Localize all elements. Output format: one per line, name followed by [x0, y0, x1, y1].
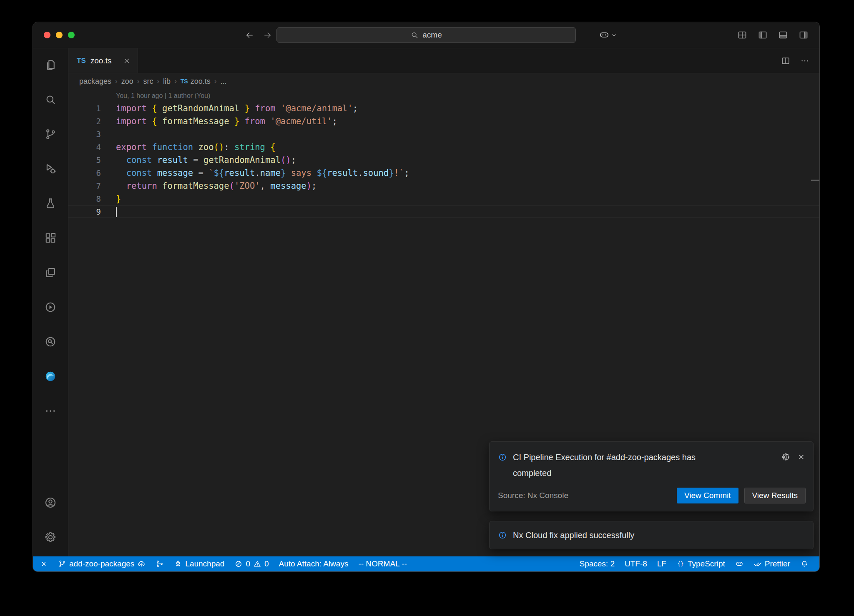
code-line-1[interactable]: 1import { getRandomAnimal } from '@acme/…: [68, 102, 819, 115]
notification-settings-icon[interactable]: [781, 453, 790, 461]
zoom-window-button[interactable]: [68, 32, 75, 38]
breadcrumb-separator: ›: [214, 77, 217, 85]
code-text: return formatMessage('ZOO', message);: [101, 181, 316, 191]
code-text: import { getRandomAnimal } from '@acme/a…: [101, 103, 358, 113]
activitybar-additional-views[interactable]: [39, 399, 62, 423]
git-graph-icon: [156, 560, 164, 568]
notification-toast: Nx Cloud fix applied successfully: [489, 521, 814, 549]
statusbar-language-mode[interactable]: {}TypeScript: [671, 556, 730, 571]
activitybar-explorer[interactable]: [39, 53, 62, 77]
files-icon: [44, 59, 57, 71]
info-icon: [498, 531, 507, 540]
activitybar-edge-tools[interactable]: [39, 365, 62, 388]
code-line-8[interactable]: 8}: [68, 192, 819, 205]
activitybar-accounts[interactable]: [39, 491, 62, 514]
forward-icon[interactable]: [263, 30, 272, 40]
line-number: 8: [68, 194, 101, 203]
breadcrumb-item[interactable]: src: [143, 77, 153, 86]
code-token: [147, 142, 152, 152]
breadcrumb-item[interactable]: zoo: [121, 77, 133, 86]
account-icon: [44, 496, 57, 509]
chevron-down-icon: [611, 32, 617, 38]
code-token: message: [270, 181, 306, 191]
extensions-icon: [44, 232, 57, 244]
code-token: ;: [353, 103, 358, 113]
view-commit-button[interactable]: View Commit: [677, 488, 738, 503]
statusbar-prettier[interactable]: Prettier: [749, 556, 795, 571]
titlebar[interactable]: acme: [33, 22, 819, 48]
activitybar-remote-explorer[interactable]: [39, 261, 62, 284]
statusbar-problems[interactable]: 00: [229, 556, 274, 571]
breadcrumb-item[interactable]: TSzoo.ts: [181, 77, 211, 86]
activitybar-run-and-debug[interactable]: [39, 157, 62, 180]
beaker-icon: [44, 197, 57, 210]
close-window-button[interactable]: [44, 32, 50, 38]
code-token: [276, 103, 281, 113]
code-line-9[interactable]: 9: [68, 205, 819, 218]
code-token: }: [281, 168, 286, 178]
copilot-menu[interactable]: [599, 30, 617, 40]
statusbar-label: LF: [657, 559, 666, 568]
code-token: import: [116, 116, 147, 126]
view-results-button[interactable]: View Results: [744, 488, 806, 503]
toggle-panel-icon[interactable]: [778, 30, 788, 40]
info-icon: [498, 453, 507, 462]
breadcrumb-item[interactable]: packages: [79, 77, 111, 86]
code-token: [193, 142, 198, 152]
toggle-sidebar-icon[interactable]: [758, 30, 768, 40]
code-line-4[interactable]: 4export function zoo(): string {: [68, 140, 819, 153]
code-token: [152, 168, 157, 178]
statusbar-auto-attach[interactable]: Auto Attach: Always: [274, 556, 354, 571]
code-token: [265, 142, 270, 152]
activitybar-extensions[interactable]: [39, 226, 62, 250]
gear-icon: [44, 531, 57, 543]
code-token: {: [270, 142, 275, 152]
code-token: (: [229, 181, 234, 191]
code-token: [116, 181, 126, 191]
split-editor-icon[interactable]: [781, 56, 790, 65]
breadcrumb-item[interactable]: lib: [163, 77, 171, 86]
statusbar-notifications-bell[interactable]: [795, 556, 814, 571]
statusbar-remote-indicator[interactable]: [35, 556, 53, 571]
activitybar-code-search[interactable]: [39, 330, 62, 353]
close-tab-icon[interactable]: [123, 57, 131, 65]
breadcrumb-item[interactable]: ...: [220, 77, 226, 86]
minimize-window-button[interactable]: [56, 32, 63, 38]
code-token: zoo: [198, 142, 214, 152]
statusbar-vim-mode[interactable]: -- NORMAL --: [353, 556, 412, 571]
code-line-2[interactable]: 2import { formatMessage } from '@acme/ut…: [68, 115, 819, 128]
command-center-search[interactable]: acme: [276, 27, 576, 43]
breadcrumb-label: zoo.ts: [191, 77, 211, 86]
statusbar-indentation[interactable]: Spaces: 2: [574, 556, 620, 571]
code-token: [239, 103, 244, 113]
statusbar-launchpad[interactable]: Launchpad: [169, 556, 229, 571]
activitybar-search[interactable]: [39, 88, 62, 111]
code-line-7[interactable]: 7 return formatMessage('ZOO', message);: [68, 179, 819, 192]
activitybar-source-control[interactable]: [39, 123, 62, 146]
activitybar-testing[interactable]: [39, 192, 62, 215]
code-line-6[interactable]: 6 const message = `${result.name} says $…: [68, 166, 819, 179]
code-token: ${: [214, 168, 224, 178]
activitybar-nx-console[interactable]: [39, 295, 62, 319]
activitybar-manage[interactable]: [39, 526, 62, 549]
statusbar-copilot[interactable]: [730, 556, 749, 571]
back-icon[interactable]: [245, 30, 254, 40]
statusbar-encoding[interactable]: UTF-8: [620, 556, 652, 571]
toggle-secondary-sidebar-icon[interactable]: [799, 30, 809, 40]
code-line-5[interactable]: 5 const result = getRandomAnimal();: [68, 153, 819, 166]
notification-close-icon[interactable]: [797, 453, 806, 461]
statusbar-eol[interactable]: LF: [652, 556, 671, 571]
code-token: export: [116, 142, 147, 152]
code-token: message: [157, 168, 193, 178]
statusbar-git-graph[interactable]: [151, 556, 169, 571]
code-lines: 1import { getRandomAnimal } from '@acme/…: [68, 102, 819, 218]
statusbar-branch[interactable]: add-zoo-packages: [53, 556, 151, 571]
tab-zoo-ts[interactable]: TS zoo.ts: [68, 48, 138, 73]
code-line-3[interactable]: 3: [68, 128, 819, 140]
customize-layout-icon[interactable]: [737, 30, 747, 40]
breadcrumb-label: zoo: [121, 77, 133, 86]
more-actions-icon[interactable]: [800, 56, 809, 65]
code-token: [157, 116, 162, 126]
code-token: string: [234, 142, 265, 152]
code-token: [265, 116, 270, 126]
